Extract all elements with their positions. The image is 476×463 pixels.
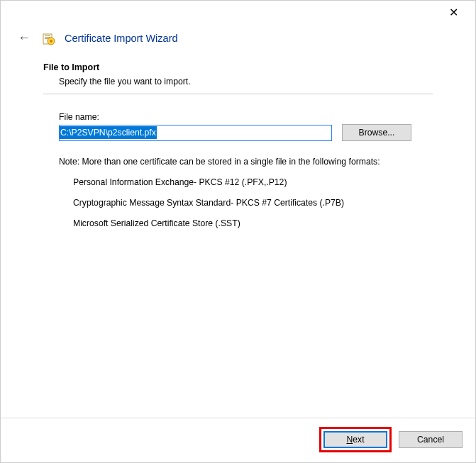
certificate-icon xyxy=(42,31,56,45)
browse-button[interactable]: Browse... xyxy=(342,124,411,141)
cancel-button[interactable]: Cancel xyxy=(399,431,463,448)
svg-rect-2 xyxy=(45,37,50,38)
next-button[interactable]: Next xyxy=(323,431,387,448)
note-text: Note: More than one certificate can be s… xyxy=(43,141,433,167)
format-pfx: Personal Information Exchange- PKCS #12 … xyxy=(43,167,433,187)
next-mnemonic: N xyxy=(346,435,353,445)
format-sst: Microsoft Serialized Certificate Store (… xyxy=(43,208,433,228)
file-field: File name: C:\P2SVPN\p2sclient.pfx Brows… xyxy=(43,112,433,141)
format-p7b: Cryptographic Message Syntax Standard- P… xyxy=(43,187,433,208)
section-title: File to Import xyxy=(43,62,433,72)
header: ← Certificate Import Wizard xyxy=(1,23,475,55)
svg-point-5 xyxy=(50,40,52,43)
next-highlight-box: Next xyxy=(319,427,392,452)
divider xyxy=(43,94,433,94)
button-bar: Next Cancel xyxy=(1,418,475,462)
back-icon[interactable]: ← xyxy=(15,29,33,47)
file-name-value: C:\P2SVPN\p2sclient.pfx xyxy=(60,126,157,139)
file-name-input[interactable]: C:\P2SVPN\p2sclient.pfx xyxy=(59,125,332,141)
next-label-rest: ext xyxy=(353,435,364,445)
titlebar: ✕ xyxy=(1,1,475,23)
file-name-label: File name: xyxy=(59,112,433,122)
close-icon[interactable]: ✕ xyxy=(442,3,465,22)
svg-rect-1 xyxy=(45,35,50,36)
wizard-title: Certificate Import Wizard xyxy=(65,33,178,44)
section-desc: Specify the file you want to import. xyxy=(43,72,433,94)
content: File to Import Specify the file you want… xyxy=(1,55,475,418)
wizard-window: ✕ ← Certificate Import Wizard File to Im… xyxy=(0,0,476,463)
